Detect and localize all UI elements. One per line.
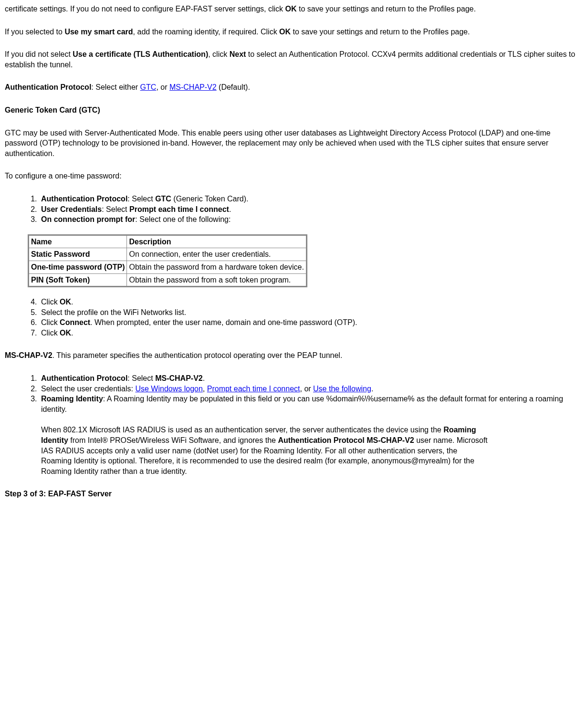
table-cell-desc: On connection, enter the user credential… bbox=[127, 248, 306, 261]
table-cell-name: One-time password (OTP) bbox=[29, 261, 127, 273]
text: . bbox=[71, 329, 73, 337]
text: , add the roaming identity, if required.… bbox=[133, 28, 280, 36]
paragraph-smart-card: If you selected to Use my smart card, ad… bbox=[5, 27, 583, 37]
bold-auth-mschapv2: Authentication Protocol MS-CHAP-V2 bbox=[278, 436, 414, 444]
text: If you did not select bbox=[5, 50, 73, 58]
text: . bbox=[71, 298, 73, 306]
heading-gtc: Generic Token Card (GTC) bbox=[5, 105, 583, 115]
bold-ok: OK bbox=[279, 28, 291, 36]
text: . bbox=[229, 205, 231, 213]
paragraph-mschapv2: MS-CHAP-V2. This parameter specifies the… bbox=[5, 350, 583, 361]
text: . bbox=[371, 385, 373, 393]
text: certificate settings. If you do not need… bbox=[5, 5, 285, 13]
text: , click bbox=[208, 50, 229, 58]
text: . When prompted, enter the user name, do… bbox=[90, 318, 357, 326]
bold-gtc-heading: Generic Token Card (GTC) bbox=[5, 106, 100, 114]
text: If you selected to bbox=[5, 28, 64, 36]
list-item: User Credentials: Select Prompt each tim… bbox=[39, 204, 583, 215]
text: from Intel® PROSet/Wireless WiFi Softwar… bbox=[68, 436, 278, 444]
text: to save your settings and return to the … bbox=[297, 5, 476, 13]
bold-on-connection: On connection prompt for bbox=[41, 215, 135, 223]
bold-user-creds: User Credentials bbox=[41, 205, 102, 213]
text: Click bbox=[41, 318, 60, 326]
bold-use-cert: Use a certificate (TLS Authentication) bbox=[73, 50, 208, 58]
paragraph-configure-otp: To configure a one-time password: bbox=[5, 171, 583, 181]
link-mschapv2[interactable]: MS-CHAP-V2 bbox=[169, 83, 217, 91]
paragraph-auth-protocol: Authentication Protocol: Select either G… bbox=[5, 82, 583, 93]
bold-auth-protocol: Authentication Protocol bbox=[41, 374, 127, 382]
paragraph-tls-auth: If you did not select Use a certificate … bbox=[5, 49, 583, 70]
text: : Select bbox=[127, 374, 155, 382]
ordered-list-mschapv2: Authentication Protocol: Select MS-CHAP-… bbox=[5, 373, 583, 476]
paragraph-gtc-desc: GTC may be used with Server-Authenticate… bbox=[5, 128, 583, 159]
list-item: Authentication Protocol: Select GTC (Gen… bbox=[39, 194, 583, 204]
text: : Select either bbox=[91, 83, 140, 91]
text: Click bbox=[41, 298, 60, 306]
list-item: Click Connect. When prompted, enter the … bbox=[39, 317, 583, 328]
table-cell-desc: Obtain the password from a hardware toke… bbox=[127, 261, 306, 273]
ordered-list-gtc-config: Authentication Protocol: Select GTC (Gen… bbox=[5, 194, 583, 225]
text: : Select bbox=[127, 195, 155, 203]
text: Click bbox=[41, 329, 60, 337]
link-gtc[interactable]: GTC bbox=[140, 83, 157, 91]
heading-step3: Step 3 of 3: EAP-FAST Server bbox=[5, 489, 583, 499]
bold-ok: OK bbox=[60, 329, 71, 337]
table-row: PIN (Soft Token) Obtain the password fro… bbox=[29, 273, 307, 287]
text: (Generic Token Card). bbox=[171, 195, 249, 203]
bold-ok: OK bbox=[285, 5, 297, 13]
table-cell-name: PIN (Soft Token) bbox=[29, 273, 127, 287]
table-cell-name: Static Password bbox=[29, 248, 127, 261]
list-item: Click OK. bbox=[39, 328, 583, 338]
text: , or bbox=[156, 83, 169, 91]
bold-roaming-identity: Roaming Identity bbox=[41, 395, 103, 403]
bold-next: Next bbox=[230, 50, 246, 58]
paragraph-roaming-detail: When 802.1X Microsoft IAS RADIUS is used… bbox=[41, 425, 490, 476]
text: , or bbox=[300, 385, 314, 393]
bold-mschapv2: MS-CHAP-V2 bbox=[155, 374, 203, 382]
link-windows-logon[interactable]: Use Windows logon bbox=[135, 385, 202, 393]
list-item: Select the user credentials: Use Windows… bbox=[39, 384, 583, 394]
ordered-list-gtc-config-cont: Click OK. Select the profile on the WiFi… bbox=[5, 297, 583, 338]
table-row: Static Password On connection, enter the… bbox=[29, 248, 307, 261]
text: Select the user credentials: bbox=[41, 385, 135, 393]
bold-ok: OK bbox=[60, 298, 71, 306]
list-item: Roaming Identity: A Roaming Identity may… bbox=[39, 394, 583, 476]
text: , bbox=[203, 385, 207, 393]
text: : Select one of the following: bbox=[135, 215, 231, 223]
table-header-name: Name bbox=[29, 235, 127, 248]
text: : A Roaming Identity may be populated in… bbox=[41, 395, 563, 413]
table-prompt-options: Name Description Static Password On conn… bbox=[28, 234, 307, 287]
bold-auth-protocol: Authentication Protocol bbox=[41, 195, 127, 203]
bold-smart-card: Use my smart card bbox=[64, 28, 133, 36]
bold-gtc: GTC bbox=[155, 195, 171, 203]
table-row: One-time password (OTP) Obtain the passw… bbox=[29, 261, 307, 273]
list-item: Select the profile on the WiFi Networks … bbox=[39, 307, 583, 318]
text: to save your settings and return to the … bbox=[291, 28, 470, 36]
link-use-following[interactable]: Use the following bbox=[313, 385, 371, 393]
table-header-row: Name Description bbox=[29, 235, 307, 248]
text: : Select bbox=[102, 205, 129, 213]
bold-connect: Connect bbox=[60, 318, 90, 326]
text: (Default). bbox=[217, 83, 250, 91]
bold-prompt: Prompt each time I connect bbox=[129, 205, 229, 213]
text: When 802.1X Microsoft IAS RADIUS is used… bbox=[41, 426, 443, 434]
text: . bbox=[203, 374, 205, 382]
list-item: On connection prompt for: Select one of … bbox=[39, 214, 583, 225]
paragraph-cert-settings: certificate settings. If you do not need… bbox=[5, 4, 583, 14]
table-cell-desc: Obtain the password from a soft token pr… bbox=[127, 273, 306, 287]
bold-mschapv2: MS-CHAP-V2 bbox=[5, 351, 52, 359]
list-item: Click OK. bbox=[39, 297, 583, 307]
link-prompt-connect[interactable]: Prompt each time I connect bbox=[207, 385, 300, 393]
list-item: Authentication Protocol: Select MS-CHAP-… bbox=[39, 373, 583, 384]
table-header-description: Description bbox=[127, 235, 306, 248]
text: . This parameter specifies the authentic… bbox=[52, 351, 343, 359]
bold-auth-protocol: Authentication Protocol bbox=[5, 83, 91, 91]
bold-step3: Step 3 of 3: EAP-FAST Server bbox=[5, 490, 112, 498]
